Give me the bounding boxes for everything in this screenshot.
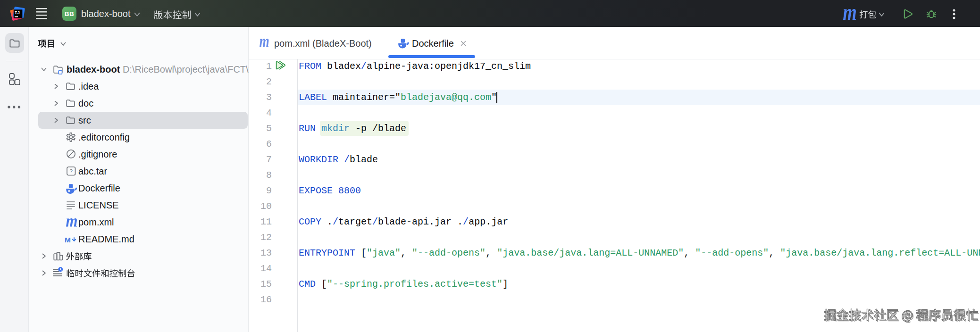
svg-text:?: ? xyxy=(70,168,73,174)
svg-text:IJ: IJ xyxy=(15,10,20,16)
svg-text:M: M xyxy=(65,236,71,244)
